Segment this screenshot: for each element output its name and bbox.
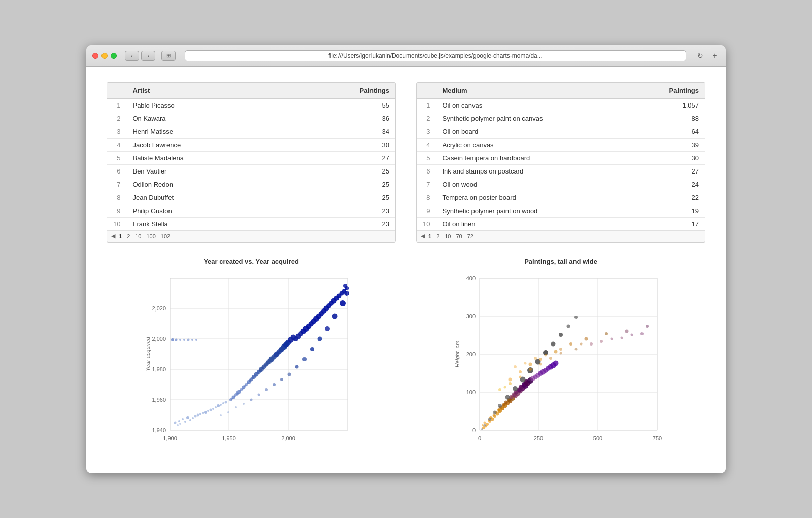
svg-point-195 <box>484 424 486 426</box>
nav-buttons: ‹ › <box>125 51 155 61</box>
svg-point-244 <box>549 357 552 360</box>
medium-page-prev[interactable]: ◀ <box>421 233 425 239</box>
svg-text:2,000: 2,000 <box>281 435 295 441</box>
medium-table-container: Medium Paintings 1Oil on canvas1,0572Syn… <box>416 82 705 243</box>
svg-point-91 <box>235 406 237 408</box>
svg-point-22 <box>186 416 189 419</box>
svg-rect-136 <box>170 278 348 430</box>
svg-point-90 <box>227 411 229 413</box>
svg-point-99 <box>295 365 299 368</box>
svg-point-26 <box>199 413 201 415</box>
svg-point-238 <box>498 388 501 391</box>
svg-text:Height, cm: Height, cm <box>454 340 460 367</box>
medium-table: Medium Paintings 1Oil on canvas1,0572Syn… <box>417 83 705 230</box>
svg-point-134 <box>191 339 193 341</box>
svg-point-132 <box>183 339 185 341</box>
svg-point-235 <box>600 340 603 343</box>
content-area: Artist Paintings 1Pablo Picasso552On Kaw… <box>86 67 726 473</box>
svg-point-71 <box>249 379 252 382</box>
table-row: 2Synthetic polymer paint on canvas88 <box>417 112 705 125</box>
svg-point-72 <box>251 376 254 379</box>
svg-text:500: 500 <box>593 435 602 441</box>
scatter-chart-1-container: Year created vs. Year acquired <box>107 258 396 458</box>
svg-point-129 <box>171 338 174 341</box>
svg-point-21 <box>182 418 184 420</box>
svg-point-76 <box>261 366 264 369</box>
table-row: 9Philip Guston23 <box>107 204 395 217</box>
medium-page-10[interactable]: 10 <box>443 233 452 240</box>
svg-point-64 <box>231 398 233 400</box>
svg-point-96 <box>273 383 276 386</box>
svg-point-135 <box>195 339 197 341</box>
svg-point-40 <box>222 402 224 404</box>
svg-point-75 <box>259 368 262 372</box>
back-button[interactable]: ‹ <box>125 51 139 61</box>
medium-page-2[interactable]: 2 <box>435 233 441 240</box>
artists-page-102[interactable]: 102 <box>159 233 172 240</box>
svg-text:200: 200 <box>466 351 476 357</box>
svg-point-194 <box>481 428 483 430</box>
svg-point-230 <box>524 362 527 364</box>
artists-count-header: Paintings <box>288 83 395 99</box>
svg-text:1,980: 1,980 <box>152 366 166 372</box>
svg-point-226 <box>605 332 608 335</box>
svg-text:2,000: 2,000 <box>152 336 166 342</box>
svg-text:Year acquired: Year acquired <box>145 336 151 371</box>
browser-window: ‹ › ⊞ file:///Users/igorlukanin/Document… <box>86 45 726 473</box>
svg-text:1,900: 1,900 <box>163 435 177 441</box>
svg-point-33 <box>207 410 209 412</box>
table-row: 6Ben Vautier25 <box>107 164 395 178</box>
svg-point-37 <box>225 401 227 403</box>
table-row: 8Jean Dubuffet25 <box>107 191 395 204</box>
close-button[interactable] <box>92 53 98 59</box>
svg-point-104 <box>332 313 338 319</box>
svg-point-241 <box>519 375 522 378</box>
svg-text:400: 400 <box>466 275 476 281</box>
artists-page-prev[interactable]: ◀ <box>111 233 115 239</box>
artists-page-100[interactable]: 100 <box>145 233 157 240</box>
artists-table: Artist Paintings 1Pablo Picasso552On Kaw… <box>107 83 395 230</box>
svg-point-159 <box>486 423 489 426</box>
svg-text:750: 750 <box>653 435 662 441</box>
forward-button[interactable]: › <box>141 51 155 61</box>
table-row: 9Synthetic polymer paint on wood19 <box>417 204 705 217</box>
table-row: 8Tempera on poster board22 <box>417 191 705 204</box>
new-tab-button[interactable]: + <box>709 51 720 61</box>
svg-point-228 <box>646 325 649 328</box>
svg-text:1,940: 1,940 <box>152 427 166 433</box>
sidebar-button[interactable]: ⊞ <box>161 51 176 61</box>
svg-point-35 <box>215 406 217 408</box>
svg-point-207 <box>567 324 570 328</box>
svg-point-247 <box>590 342 593 346</box>
svg-point-208 <box>574 316 578 319</box>
svg-point-249 <box>631 333 633 336</box>
medium-page-72[interactable]: 72 <box>466 233 475 240</box>
svg-point-206 <box>559 333 563 337</box>
svg-point-246 <box>575 348 578 350</box>
svg-point-245 <box>560 352 562 354</box>
refresh-button[interactable]: ↻ <box>695 51 705 61</box>
svg-point-220 <box>519 370 522 373</box>
medium-page-70[interactable]: 70 <box>455 233 464 240</box>
svg-point-93 <box>250 398 253 401</box>
svg-point-233 <box>559 348 562 351</box>
svg-point-234 <box>580 342 583 345</box>
svg-point-236 <box>621 336 623 339</box>
table-row: 4Jacob Lawrence30 <box>107 138 395 151</box>
medium-page-1[interactable]: 1 <box>427 233 433 240</box>
svg-text:300: 300 <box>466 313 476 319</box>
svg-point-74 <box>256 371 259 374</box>
svg-point-68 <box>242 388 244 390</box>
artists-page-10[interactable]: 10 <box>133 233 143 240</box>
svg-point-98 <box>288 372 291 376</box>
artists-page-1[interactable]: 1 <box>117 233 123 240</box>
maximize-button[interactable] <box>111 53 117 59</box>
svg-point-128 <box>345 286 349 290</box>
svg-point-23 <box>177 424 179 426</box>
svg-point-197 <box>493 410 497 414</box>
artists-page-2[interactable]: 2 <box>125 233 131 240</box>
minimize-button[interactable] <box>101 53 108 59</box>
svg-point-97 <box>280 378 283 381</box>
svg-point-67 <box>239 390 241 392</box>
address-bar[interactable]: file:///Users/igorlukanin/Documents/cube… <box>185 50 686 61</box>
